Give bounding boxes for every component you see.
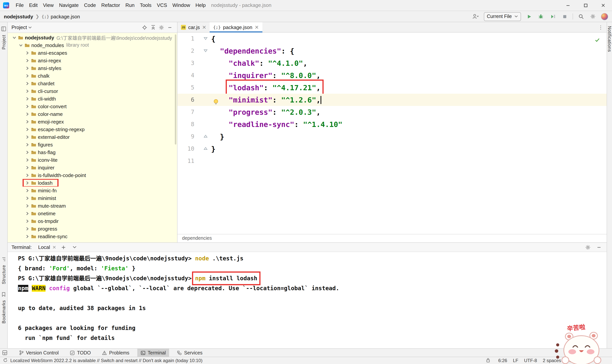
menu-file[interactable]: File [13, 0, 27, 11]
chevron-right-icon[interactable] [25, 143, 29, 147]
chevron-right-icon[interactable] [25, 112, 29, 116]
chevron-right-icon[interactable] [25, 81, 29, 85]
more-options-icon[interactable]: ⋮ [595, 22, 607, 32]
terminal-tab-local[interactable]: Local ✕ [38, 244, 56, 250]
menu-tools[interactable]: Tools [137, 0, 154, 11]
close-button[interactable] [594, 0, 612, 11]
tree-package-progress[interactable]: progress [8, 225, 177, 233]
chevron-down-icon[interactable] [19, 43, 23, 47]
status-utf-8[interactable]: UTF-8 [524, 358, 537, 363]
collapse-all-icon[interactable] [149, 24, 157, 31]
tree-package-readline-sync[interactable]: readline-sync [8, 233, 177, 240]
menu-help[interactable]: Help [193, 0, 209, 11]
tool-window-tab-terminal[interactable]: Terminal [137, 349, 169, 357]
tree-package-ansi-escapes[interactable]: ansi-escapes [8, 49, 177, 57]
tree-package-inquirer[interactable]: inquirer [8, 164, 177, 171]
status-lf[interactable]: LF [513, 358, 518, 363]
bookmarks-tool-icon[interactable] [1, 291, 6, 298]
fold-marker[interactable] [194, 143, 211, 155]
menu-view[interactable]: View [40, 0, 56, 11]
new-terminal-session-icon[interactable] [60, 243, 67, 251]
code-line-9[interactable]: 9 } [177, 130, 607, 143]
chevron-down-icon[interactable] [12, 35, 16, 39]
editor-tab-car.js[interactable]: JScar.js✕ [177, 22, 210, 32]
structure-tool-icon[interactable] [1, 256, 6, 263]
chevron-right-icon[interactable] [25, 173, 29, 177]
tree-package-onetime[interactable]: onetime [8, 209, 177, 217]
tree-package-color-name[interactable]: color-name [8, 110, 177, 118]
fold-marker[interactable] [194, 32, 211, 45]
tree-package-cli-cursor[interactable]: cli-cursor [8, 87, 177, 95]
chevron-right-icon[interactable] [25, 150, 29, 154]
tool-window-tab-version-control[interactable]: Version Control [16, 349, 62, 357]
chevron-right-icon[interactable] [25, 66, 29, 70]
run-configuration-select[interactable]: Current File [484, 12, 521, 21]
code-editor[interactable]: 1{2 "dependencies": {3 "chalk": "^4.1.0"… [177, 32, 607, 234]
chevron-right-icon[interactable] [25, 158, 29, 162]
debug-button[interactable] [537, 13, 545, 20]
tool-strip-notifications[interactable]: Notifications [607, 26, 612, 52]
run-with-coverage-button[interactable] [549, 13, 557, 20]
status-2-spaces[interactable]: 2 spaces [543, 358, 561, 363]
status-message[interactable]: Localized WebStorm 2022.2.2 is available… [10, 358, 202, 363]
code-line-2[interactable]: 2 "dependencies": { [177, 45, 607, 57]
menu-edit[interactable]: Edit [27, 0, 40, 11]
code-line-11[interactable]: 11 [177, 155, 607, 167]
project-view-select[interactable]: Project [12, 25, 27, 30]
fold-marker[interactable] [194, 155, 211, 167]
fold-marker[interactable] [194, 106, 211, 118]
code-line-6[interactable]: 6 "minimist": "^1.2.6", [177, 94, 607, 106]
editor-tab-package.json[interactable]: {;}package.json✕ [210, 22, 262, 32]
code-line-1[interactable]: 1{ [177, 32, 607, 45]
chevron-right-icon[interactable] [25, 204, 29, 208]
code-line-3[interactable]: 3 "chalk": "^4.1.0", [177, 57, 607, 69]
chevron-right-icon[interactable] [25, 211, 29, 215]
chevron-right-icon[interactable] [25, 104, 29, 108]
code-with-me-icon[interactable] [472, 13, 479, 20]
tree-package-lodash[interactable]: lodash [8, 179, 177, 187]
chevron-right-icon[interactable] [25, 58, 29, 63]
breadcrumb-file[interactable]: package.json [51, 13, 80, 19]
tree-root-row[interactable]: nodejsstudyG:\丁家雄自学前端最后一遍\9nodejs\code\n… [8, 34, 177, 41]
write-access-lock-icon[interactable] [486, 358, 490, 364]
fold-marker[interactable] [194, 118, 211, 130]
search-everywhere-icon[interactable] [577, 13, 585, 20]
tool-window-tab-services[interactable]: Services [174, 349, 206, 357]
code-line-4[interactable]: 4 "inquirer": "^8.0.0", [177, 69, 607, 81]
tool-window-switcher-icon[interactable] [2, 350, 7, 355]
tool-window-tab-problems[interactable]: Problems [99, 349, 133, 357]
tool-strip-project[interactable]: Project [1, 35, 6, 50]
chevron-right-icon[interactable] [25, 119, 29, 124]
tree-package-color-convert[interactable]: color-convert [8, 103, 177, 110]
chevron-right-icon[interactable] [25, 165, 29, 169]
hide-panel-icon[interactable] [166, 24, 173, 31]
fold-marker[interactable] [194, 69, 211, 81]
code-line-10[interactable]: 10} [177, 143, 607, 155]
tree-package-cli-width[interactable]: cli-width [8, 95, 177, 103]
terminal-sessions-chevron-icon[interactable] [71, 243, 79, 251]
menu-run[interactable]: Run [123, 0, 137, 11]
tree-package-external-editor[interactable]: external-editor [8, 133, 177, 141]
tree-package-mimic-fn[interactable]: mimic-fn [8, 187, 177, 194]
tree-package-emoji-regex[interactable]: emoji-regex [8, 118, 177, 125]
code-line-5[interactable]: 5 "lodash": "^4.17.21", [177, 81, 607, 94]
tool-strip-structure[interactable]: Structure [1, 265, 6, 284]
chevron-right-icon[interactable] [25, 51, 29, 55]
maximize-button[interactable] [577, 0, 594, 11]
menu-code[interactable]: Code [81, 0, 98, 11]
menu-navigate[interactable]: Navigate [56, 0, 81, 11]
chevron-right-icon[interactable] [25, 234, 29, 238]
chevron-right-icon[interactable] [25, 227, 29, 231]
tree-package-ansi-styles[interactable]: ansi-styles [8, 64, 177, 72]
tree-scrollbar[interactable] [175, 34, 176, 144]
tree-package-minimist[interactable]: minimist [8, 194, 177, 202]
tree-package-ansi-regex[interactable]: ansi-regex [8, 57, 177, 64]
tree-package-os-tmpdir[interactable]: os-tmpdir [8, 217, 177, 225]
menu-refactor[interactable]: Refactor [98, 0, 123, 11]
menu-window[interactable]: Window [170, 0, 193, 11]
chevron-right-icon[interactable] [25, 219, 29, 223]
tree-package-has-flag[interactable]: has-flag [8, 148, 177, 156]
fold-marker[interactable] [194, 45, 211, 57]
run-button[interactable] [525, 13, 533, 20]
terminal-output[interactable]: PS G:\丁家雄自学前端最后一遍\9nodejs\code\nodejsstu… [8, 252, 607, 348]
